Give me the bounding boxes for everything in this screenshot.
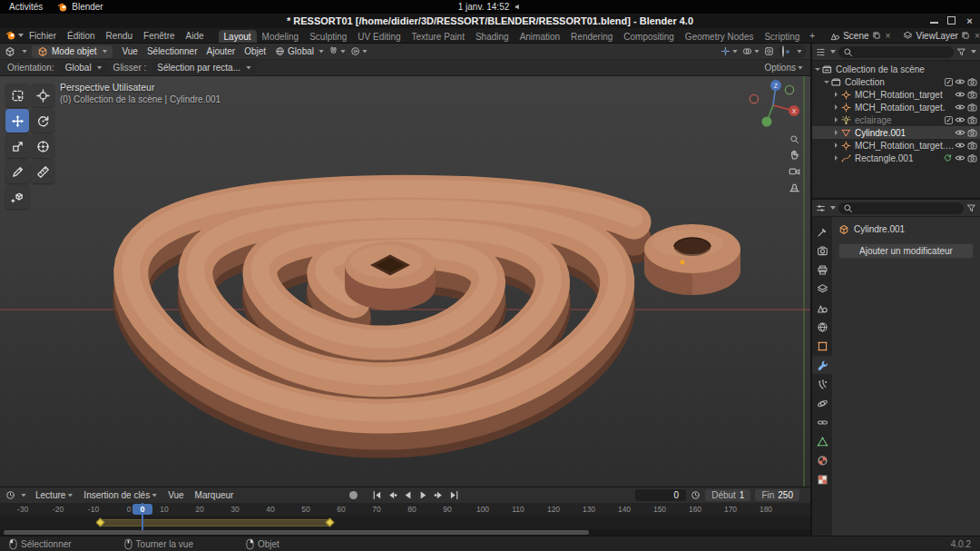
properties-tab-world[interactable]	[812, 318, 832, 336]
add-workspace-button[interactable]: +	[805, 31, 819, 41]
select-box-tool[interactable]	[5, 84, 29, 107]
activities-button[interactable]: Activités	[9, 2, 43, 12]
maximize-button[interactable]	[947, 16, 956, 25]
viewport-menu-objet[interactable]: Objet	[240, 46, 270, 56]
properties-tab-render[interactable]	[812, 241, 832, 260]
eye-icon[interactable]	[955, 127, 965, 138]
clock[interactable]: 1 janv. 14:52	[458, 2, 523, 12]
properties-search-input[interactable]	[856, 203, 959, 213]
eye-icon[interactable]	[955, 140, 965, 151]
properties-editor-icon[interactable]	[816, 203, 826, 213]
new-viewlayer-icon[interactable]	[961, 31, 970, 40]
pan-hand-icon[interactable]	[789, 149, 800, 161]
annotate-tool[interactable]	[5, 160, 29, 183]
workspace-tab-layout[interactable]: Layout	[219, 30, 257, 44]
properties-tab-object[interactable]	[812, 337, 832, 355]
properties-tab-texture[interactable]	[812, 470, 832, 488]
transform-orientation-dropdown[interactable]: Global	[275, 46, 324, 56]
workspace-tab-modeling[interactable]: Modeling	[257, 30, 305, 44]
auto-keying-button[interactable]	[349, 491, 358, 499]
workspace-tab-rendering[interactable]: Rendering	[565, 30, 618, 44]
viewport-menu-ajouter[interactable]: Ajouter	[202, 46, 240, 56]
move-tool[interactable]	[5, 109, 29, 133]
outliner-row[interactable]: Rectangle.001	[812, 152, 980, 164]
workspace-tab-scripting[interactable]: Scripting	[759, 30, 805, 44]
workspace-tab-sculpting[interactable]: Sculpting	[304, 30, 352, 44]
editor-type-icon[interactable]	[5, 46, 15, 57]
current-frame-field[interactable]: 0	[635, 489, 686, 501]
shading-solid-button[interactable]	[786, 50, 789, 54]
eye-icon[interactable]	[955, 102, 965, 113]
navigation-gizmo[interactable]: Z X	[749, 78, 801, 131]
overlays-toggle[interactable]	[742, 46, 760, 56]
next-keyframe-button[interactable]	[431, 488, 446, 502]
workspace-tab-shading[interactable]: Shading	[470, 30, 514, 44]
filter-icon[interactable]	[956, 47, 966, 57]
render-visibility-icon[interactable]	[967, 115, 977, 125]
menubar-fichier[interactable]: Fichier	[24, 31, 62, 41]
timeline-menu-marqueur[interactable]: Marqueur	[190, 490, 240, 500]
properties-tab-physics[interactable]	[812, 394, 832, 412]
properties-search[interactable]	[838, 202, 964, 214]
workspace-tab-uv-editing[interactable]: UV Editing	[352, 30, 406, 44]
prev-keyframe-button[interactable]	[385, 488, 399, 502]
keyframe-band[interactable]	[100, 519, 330, 526]
outliner-row[interactable]: eclairage✓	[812, 113, 980, 126]
outliner-editor-icon[interactable]	[816, 47, 826, 57]
menubar-rendu[interactable]: Rendu	[101, 31, 138, 41]
timeline-menu-insertion-de-cles[interactable]: Insertion de clés	[78, 490, 162, 500]
eye-icon[interactable]	[955, 89, 965, 100]
timeline-menu-vue[interactable]: Vue	[162, 490, 189, 500]
cursor-tool[interactable]	[31, 84, 54, 107]
menubar-edition[interactable]: Édition	[62, 31, 101, 41]
snap-toggle[interactable]	[328, 46, 346, 56]
workspace-tab-geometry-nodes[interactable]: Geometry Nodes	[680, 30, 760, 44]
properties-tab-tool[interactable]	[812, 222, 832, 241]
outliner-row[interactable]: Collection✓	[812, 75, 980, 88]
orientation-setting-dropdown[interactable]: Global	[60, 62, 108, 74]
outliner-search[interactable]	[838, 46, 954, 58]
options-dropdown[interactable]: Options	[765, 63, 803, 73]
current-frame-indicator[interactable]: 0	[132, 504, 152, 515]
scale-tool[interactable]	[5, 134, 29, 158]
workspace-tab-texture-paint[interactable]: Texture Paint	[407, 30, 470, 44]
properties-tab-scene[interactable]	[812, 299, 832, 317]
timeline-ruler[interactable]: -30-20-100102030405060708090100110120130…	[0, 503, 810, 516]
app-menu[interactable]: Blender	[57, 2, 103, 13]
menubar-aide[interactable]: Aide	[181, 31, 210, 41]
rotate-tool[interactable]	[31, 109, 54, 133]
timeline-scrollbar[interactable]	[0, 529, 810, 536]
filter-icon[interactable]	[966, 203, 976, 213]
play-reverse-button[interactable]	[400, 488, 415, 502]
jump-end-button[interactable]	[446, 488, 461, 502]
scrollbar-thumb[interactable]	[4, 530, 589, 535]
camera-view-icon[interactable]	[789, 165, 800, 177]
proportional-editing-toggle[interactable]	[350, 46, 368, 56]
unlink-scene-icon[interactable]: ×	[884, 31, 893, 41]
render-visibility-icon[interactable]	[967, 90, 977, 100]
eye-icon[interactable]	[955, 153, 965, 163]
timeline-tracks[interactable]	[0, 516, 810, 530]
workspace-tab-compositing[interactable]: Compositing	[618, 30, 680, 44]
play-button[interactable]	[416, 488, 430, 502]
properties-tab-data[interactable]	[812, 432, 832, 450]
outliner-row[interactable]: MCH_Rotation_target	[812, 88, 980, 101]
add-cube-tool[interactable]	[5, 185, 29, 209]
jump-start-button[interactable]	[369, 488, 384, 502]
exclude-checkbox-icon[interactable]: ✓	[945, 78, 953, 86]
drag-setting-dropdown[interactable]: Sélection par recta...	[152, 62, 257, 74]
new-scene-icon[interactable]	[872, 31, 881, 40]
mode-dropdown[interactable]: Mode objet	[32, 45, 113, 58]
properties-tab-view-layer[interactable]	[812, 280, 832, 298]
outliner-row[interactable]: Collection de la scène	[812, 63, 980, 75]
disclosure-triangle-icon[interactable]	[815, 68, 820, 74]
viewport-3d[interactable]: Perspective Utilisateur (0) Collection d…	[0, 76, 810, 487]
timeline-editor-icon[interactable]	[5, 490, 15, 500]
spring-model[interactable]	[0, 76, 810, 487]
measure-tool[interactable]	[31, 160, 54, 183]
workspace-tab-animation[interactable]: Animation	[514, 30, 565, 44]
viewport-menu-vue[interactable]: Vue	[117, 46, 142, 56]
timeline-menu-lecture[interactable]: Lecture	[30, 490, 78, 500]
scene-selector[interactable]: Scene ×	[830, 31, 892, 41]
properties-tab-constraints[interactable]	[812, 413, 832, 431]
